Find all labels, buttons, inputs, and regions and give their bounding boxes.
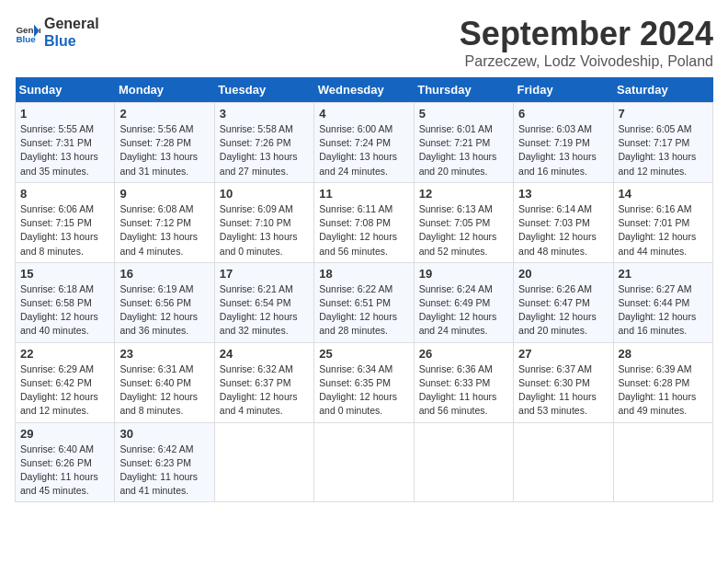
- calendar-day-cell: 6Sunrise: 6:03 AMSunset: 7:19 PMDaylight…: [514, 103, 613, 183]
- calendar-day-cell: 4Sunrise: 6:00 AMSunset: 7:24 PMDaylight…: [314, 103, 414, 183]
- calendar-day-cell: 23Sunrise: 6:31 AMSunset: 6:40 PMDayligh…: [115, 342, 214, 422]
- day-info: Sunrise: 6:05 AMSunset: 7:17 PMDaylight:…: [619, 122, 708, 178]
- calendar-day-cell: 16Sunrise: 6:19 AMSunset: 6:56 PMDayligh…: [115, 262, 214, 342]
- calendar-day-cell: 29Sunrise: 6:40 AMSunset: 6:26 PMDayligh…: [16, 422, 115, 502]
- day-info: Sunrise: 6:22 AMSunset: 6:51 PMDaylight:…: [319, 282, 408, 339]
- day-number: 13: [518, 187, 608, 201]
- day-number: 7: [619, 107, 708, 121]
- day-number: 9: [119, 187, 209, 201]
- weekday-header-sunday: Sunday: [16, 77, 115, 103]
- day-info: Sunrise: 6:37 AMSunset: 6:30 PMDaylight:…: [518, 362, 608, 419]
- day-info: Sunrise: 6:18 AMSunset: 6:58 PMDaylight:…: [20, 282, 109, 339]
- calendar-day-cell: 7Sunrise: 6:05 AMSunset: 7:17 PMDaylight…: [613, 103, 712, 183]
- day-info: Sunrise: 6:36 AMSunset: 6:33 PMDaylight:…: [419, 362, 508, 419]
- day-info: Sunrise: 6:08 AMSunset: 7:12 PMDaylight:…: [119, 202, 209, 259]
- calendar-day-cell: 8Sunrise: 6:06 AMSunset: 7:15 PMDaylight…: [16, 182, 115, 262]
- day-number: 21: [619, 267, 708, 281]
- day-info: Sunrise: 6:29 AMSunset: 6:42 PMDaylight:…: [20, 362, 109, 419]
- day-info: Sunrise: 6:31 AMSunset: 6:40 PMDaylight:…: [119, 362, 209, 419]
- calendar-day-cell: 11Sunrise: 6:11 AMSunset: 7:08 PMDayligh…: [314, 182, 414, 262]
- day-info: Sunrise: 6:19 AMSunset: 6:56 PMDaylight:…: [119, 282, 209, 339]
- calendar-week-row: 15Sunrise: 6:18 AMSunset: 6:58 PMDayligh…: [16, 262, 713, 342]
- weekday-header-thursday: Thursday: [414, 77, 513, 103]
- calendar-day-cell: 10Sunrise: 6:09 AMSunset: 7:10 PMDayligh…: [214, 182, 313, 262]
- day-info: Sunrise: 6:03 AMSunset: 7:19 PMDaylight:…: [518, 122, 608, 178]
- weekday-header-row: SundayMondayTuesdayWednesdayThursdayFrid…: [16, 77, 713, 103]
- day-info: Sunrise: 6:11 AMSunset: 7:08 PMDaylight:…: [319, 202, 408, 259]
- logo-icon: General Blue: [15, 19, 40, 45]
- day-info: Sunrise: 6:34 AMSunset: 6:35 PMDaylight:…: [319, 362, 408, 419]
- day-number: 25: [319, 347, 408, 361]
- calendar-day-cell: 12Sunrise: 6:13 AMSunset: 7:05 PMDayligh…: [414, 182, 513, 262]
- calendar-day-cell: 28Sunrise: 6:39 AMSunset: 6:28 PMDayligh…: [613, 342, 712, 422]
- calendar-day-cell: 17Sunrise: 6:21 AMSunset: 6:54 PMDayligh…: [214, 262, 313, 342]
- title-area: September 2024 Parzeczew, Lodz Voivodesh…: [460, 15, 713, 70]
- weekday-header-tuesday: Tuesday: [214, 77, 313, 103]
- day-info: Sunrise: 6:14 AMSunset: 7:03 PMDaylight:…: [518, 202, 608, 259]
- calendar-table: SundayMondayTuesdayWednesdayThursdayFrid…: [15, 77, 713, 502]
- day-info: Sunrise: 5:58 AMSunset: 7:26 PMDaylight:…: [220, 122, 309, 178]
- calendar-week-row: 1Sunrise: 5:55 AMSunset: 7:31 PMDaylight…: [16, 103, 713, 183]
- day-number: 10: [220, 187, 309, 201]
- day-info: Sunrise: 6:40 AMSunset: 6:26 PMDaylight:…: [20, 442, 109, 499]
- day-number: 18: [319, 267, 408, 281]
- day-number: 30: [119, 427, 209, 441]
- day-number: 29: [20, 427, 109, 441]
- day-number: 19: [419, 267, 508, 281]
- logo-blue: Blue: [44, 32, 99, 50]
- calendar-day-cell: 9Sunrise: 6:08 AMSunset: 7:12 PMDaylight…: [115, 182, 214, 262]
- day-info: Sunrise: 6:39 AMSunset: 6:28 PMDaylight:…: [619, 362, 708, 419]
- calendar-day-cell: 30Sunrise: 6:42 AMSunset: 6:23 PMDayligh…: [115, 422, 214, 502]
- day-number: 6: [518, 107, 608, 121]
- calendar-day-cell: 25Sunrise: 6:34 AMSunset: 6:35 PMDayligh…: [314, 342, 414, 422]
- calendar-day-cell: 24Sunrise: 6:32 AMSunset: 6:37 PMDayligh…: [214, 342, 313, 422]
- logo-general: General: [44, 15, 99, 32]
- day-info: Sunrise: 6:21 AMSunset: 6:54 PMDaylight:…: [220, 282, 309, 339]
- day-number: 27: [518, 347, 608, 361]
- day-number: 5: [419, 107, 508, 121]
- day-info: Sunrise: 5:56 AMSunset: 7:28 PMDaylight:…: [119, 122, 209, 178]
- calendar-day-cell: 19Sunrise: 6:24 AMSunset: 6:49 PMDayligh…: [414, 262, 513, 342]
- day-info: Sunrise: 6:27 AMSunset: 6:44 PMDaylight:…: [619, 282, 708, 339]
- weekday-header-wednesday: Wednesday: [314, 77, 414, 103]
- month-title: September 2024: [460, 15, 713, 53]
- header: General Blue General Blue September 2024…: [15, 15, 713, 70]
- calendar-day-cell: 3Sunrise: 5:58 AMSunset: 7:26 PMDaylight…: [214, 103, 313, 183]
- day-info: Sunrise: 6:01 AMSunset: 7:21 PMDaylight:…: [419, 122, 508, 178]
- empty-cell: [514, 422, 613, 502]
- day-number: 2: [119, 107, 209, 121]
- day-info: Sunrise: 6:24 AMSunset: 6:49 PMDaylight:…: [419, 282, 508, 339]
- day-number: 1: [20, 107, 109, 121]
- day-number: 14: [619, 187, 708, 201]
- calendar-day-cell: 27Sunrise: 6:37 AMSunset: 6:30 PMDayligh…: [514, 342, 613, 422]
- day-number: 17: [220, 267, 309, 281]
- calendar-week-row: 29Sunrise: 6:40 AMSunset: 6:26 PMDayligh…: [16, 422, 713, 502]
- day-info: Sunrise: 6:09 AMSunset: 7:10 PMDaylight:…: [220, 202, 309, 259]
- calendar-day-cell: 14Sunrise: 6:16 AMSunset: 7:01 PMDayligh…: [613, 182, 712, 262]
- calendar-day-cell: 21Sunrise: 6:27 AMSunset: 6:44 PMDayligh…: [613, 262, 712, 342]
- empty-cell: [414, 422, 513, 502]
- calendar-week-row: 22Sunrise: 6:29 AMSunset: 6:42 PMDayligh…: [16, 342, 713, 422]
- empty-cell: [314, 422, 414, 502]
- day-number: 28: [619, 347, 708, 361]
- weekday-header-saturday: Saturday: [613, 77, 712, 103]
- day-info: Sunrise: 6:06 AMSunset: 7:15 PMDaylight:…: [20, 202, 109, 259]
- calendar-day-cell: 2Sunrise: 5:56 AMSunset: 7:28 PMDaylight…: [115, 103, 214, 183]
- calendar-day-cell: 5Sunrise: 6:01 AMSunset: 7:21 PMDaylight…: [414, 103, 513, 183]
- calendar-day-cell: 15Sunrise: 6:18 AMSunset: 6:58 PMDayligh…: [16, 262, 115, 342]
- calendar-day-cell: 13Sunrise: 6:14 AMSunset: 7:03 PMDayligh…: [514, 182, 613, 262]
- calendar-day-cell: 22Sunrise: 6:29 AMSunset: 6:42 PMDayligh…: [16, 342, 115, 422]
- calendar-week-row: 8Sunrise: 6:06 AMSunset: 7:15 PMDaylight…: [16, 182, 713, 262]
- day-number: 11: [319, 187, 408, 201]
- empty-cell: [214, 422, 313, 502]
- day-number: 23: [119, 347, 209, 361]
- weekday-header-monday: Monday: [115, 77, 214, 103]
- day-number: 16: [119, 267, 209, 281]
- calendar-day-cell: 20Sunrise: 6:26 AMSunset: 6:47 PMDayligh…: [514, 262, 613, 342]
- day-number: 12: [419, 187, 508, 201]
- day-number: 3: [220, 107, 309, 121]
- day-info: Sunrise: 6:26 AMSunset: 6:47 PMDaylight:…: [518, 282, 608, 339]
- calendar-day-cell: 18Sunrise: 6:22 AMSunset: 6:51 PMDayligh…: [314, 262, 414, 342]
- day-info: Sunrise: 6:00 AMSunset: 7:24 PMDaylight:…: [319, 122, 408, 178]
- empty-cell: [613, 422, 712, 502]
